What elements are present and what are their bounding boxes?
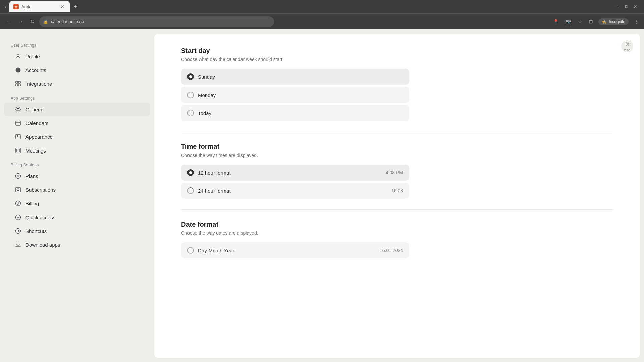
svg-rect-11	[17, 149, 19, 152]
svg-rect-4	[16, 84, 18, 86]
active-tab[interactable]: A Amie ✕	[9, 1, 70, 12]
sidebar-item-integrations-label: Integrations	[25, 81, 52, 87]
shortcuts-icon	[15, 228, 21, 234]
tab-close-button[interactable]: ✕	[59, 3, 66, 10]
sidebar-item-meetings-label: Meetings	[25, 148, 46, 154]
divider-2	[181, 209, 613, 210]
option-today[interactable]: Today	[181, 105, 409, 121]
svg-text:$: $	[17, 202, 19, 205]
billing-icon: $	[15, 200, 21, 207]
sidebar-item-billing[interactable]: $ Billing	[4, 197, 150, 210]
start-day-options: Sunday Monday Today	[181, 69, 409, 121]
radio-12hour-inner	[189, 171, 192, 174]
date-format-options: Day-Month-Year 16.01.2024	[181, 242, 409, 258]
back-button[interactable]: ←	[4, 17, 13, 26]
start-day-section: Start day Choose what day the calendar w…	[181, 47, 613, 121]
sidebar-item-shortcuts[interactable]: Shortcuts	[4, 224, 150, 238]
option-24hour[interactable]: 24 hour format 16:08	[181, 183, 409, 199]
incognito-icon: 🕵	[602, 19, 607, 24]
tab-bar: ‹ A Amie ✕ + — ⧉ ✕	[0, 0, 644, 13]
start-day-desc: Choose what day the calendar week should…	[181, 57, 613, 62]
close-icon: ✕	[625, 41, 630, 47]
option-monday-label: Monday	[198, 92, 403, 98]
sidebar-item-meetings[interactable]: Meetings	[4, 144, 150, 157]
download-apps-icon	[15, 241, 21, 248]
svg-rect-10	[16, 148, 20, 153]
incognito-badge: 🕵 Incognito	[598, 18, 629, 25]
star-icon[interactable]: ☆	[577, 18, 584, 26]
sidebar-item-download-apps-label: Download apps	[25, 242, 60, 248]
radio-today	[187, 110, 194, 116]
svg-rect-3	[18, 81, 20, 83]
option-12hour-preview: 4:08 PM	[386, 170, 403, 175]
svg-rect-2	[16, 81, 18, 83]
sidebar-item-profile-label: Profile	[25, 54, 40, 59]
browser-actions: 📍 📷 ☆ ⊡ 🕵 Incognito ⋮	[552, 18, 640, 26]
maximize-button[interactable]: ⧉	[625, 4, 628, 10]
option-12hour[interactable]: 12 hour format 4:08 PM	[181, 165, 409, 181]
accounts-icon	[15, 67, 21, 73]
sidebar-item-profile[interactable]: Profile	[4, 50, 150, 63]
option-dmy-preview: 16.01.2024	[380, 248, 403, 253]
svg-rect-14	[16, 187, 20, 192]
sidebar-item-general-label: General	[25, 107, 43, 112]
svg-rect-5	[18, 84, 20, 86]
url-bar[interactable]: 🔒 calendar.amie.so	[39, 16, 274, 27]
sidebar-item-billing-label: Billing	[25, 201, 39, 206]
general-icon	[15, 106, 21, 113]
svg-point-13	[17, 175, 19, 177]
radio-monday	[187, 92, 194, 98]
sidebar-toggle[interactable]: ⊡	[588, 18, 594, 26]
svg-rect-7	[16, 121, 20, 125]
sidebar-item-general[interactable]: General	[4, 103, 150, 116]
tab-favicon: A	[13, 4, 19, 9]
radio-12hour	[187, 169, 194, 176]
browser-chrome: ‹ A Amie ✕ + — ⧉ ✕ ← → ↻ 🔒 calendar.amie…	[0, 0, 644, 29]
window-controls: — ⧉ ✕	[614, 4, 641, 10]
close-window-button[interactable]: ✕	[633, 4, 637, 10]
sidebar-item-appearance[interactable]: Appearance	[4, 130, 150, 143]
sidebar-item-integrations[interactable]: Integrations	[4, 77, 150, 90]
sidebar-item-shortcuts-label: Shortcuts	[25, 228, 47, 234]
date-format-title: Date format	[181, 221, 613, 228]
new-tab-button[interactable]: +	[71, 2, 80, 12]
minimize-button[interactable]: —	[614, 4, 619, 10]
integrations-icon	[15, 80, 21, 87]
refresh-button[interactable]: ↻	[28, 17, 37, 26]
billing-settings-label: Billing Settings	[0, 163, 154, 167]
time-format-title: Time format	[181, 143, 613, 150]
sidebar-item-calendars[interactable]: Calendars	[4, 116, 150, 130]
svg-point-1	[16, 68, 21, 73]
sidebar-item-accounts[interactable]: Accounts	[4, 63, 150, 77]
svg-point-6	[17, 108, 19, 110]
radio-sunday	[187, 73, 194, 80]
sidebar-item-download-apps[interactable]: Download apps	[4, 238, 150, 251]
option-sunday-label: Sunday	[198, 74, 403, 80]
subscriptions-icon	[15, 186, 21, 193]
sidebar-item-plans-label: Plans	[25, 173, 38, 179]
date-format-desc: Choose the way dates are displayed.	[181, 230, 613, 236]
date-format-section: Date format Choose the way dates are dis…	[181, 221, 613, 258]
forward-button[interactable]: →	[16, 17, 25, 26]
sidebar-item-quick-access[interactable]: Quick access	[4, 210, 150, 224]
tab-arrow-back[interactable]: ‹	[3, 3, 8, 10]
location-icon[interactable]: 📍	[552, 18, 560, 26]
option-dmy[interactable]: Day-Month-Year 16.01.2024	[181, 242, 409, 258]
start-day-title: Start day	[181, 47, 613, 55]
sidebar-item-subscriptions[interactable]: Subscriptions	[4, 183, 150, 196]
option-dmy-label: Day-Month-Year	[198, 248, 376, 253]
option-sunday[interactable]: Sunday	[181, 69, 409, 85]
camera-icon[interactable]: 📷	[564, 18, 573, 26]
sidebar-item-accounts-label: Accounts	[25, 67, 46, 73]
esc-label: ESC	[624, 49, 631, 52]
main-content: ✕ ESC Start day Choose what day the cale…	[154, 34, 640, 358]
option-monday[interactable]: Monday	[181, 87, 409, 103]
sidebar-item-plans[interactable]: Plans	[4, 169, 150, 183]
lock-icon: 🔒	[43, 19, 48, 24]
sidebar-item-subscriptions-label: Subscriptions	[25, 187, 56, 193]
close-button[interactable]: ✕ ESC	[621, 40, 633, 52]
option-24hour-preview: 16:08	[391, 188, 403, 193]
svg-point-19	[17, 217, 19, 218]
radio-sunday-inner	[189, 75, 192, 78]
menu-button[interactable]: ⋮	[633, 18, 640, 26]
